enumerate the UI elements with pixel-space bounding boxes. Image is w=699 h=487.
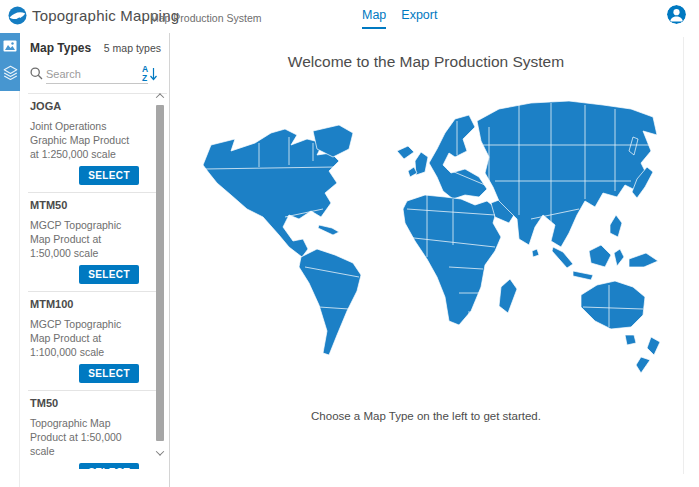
- map-preview-icon[interactable]: [2, 38, 18, 54]
- sort-az-icon[interactable]: A Z: [141, 64, 158, 84]
- map-type-list-item: MTM100 MGCP Topographic Map Product at 1…: [20, 292, 169, 391]
- app-logo-globe-icon: [8, 6, 27, 25]
- main-content: Welcome to the Map Production System: [171, 33, 699, 487]
- search-row: A Z: [20, 64, 169, 89]
- map-types-header: Map Types 5 map types: [20, 33, 169, 60]
- map-type-description: MGCP Topographic Map Product at 1:100,00…: [30, 317, 139, 359]
- action-bar-column: [0, 33, 20, 487]
- instruction-text: Choose a Map Type on the left to get sta…: [171, 410, 681, 422]
- map-type-name: TM50: [30, 397, 139, 409]
- layers-icon[interactable]: [2, 64, 18, 80]
- tab-map[interactable]: Map: [362, 8, 386, 29]
- map-type-list-item: TM50 Topographic Map Product at 1:50,000…: [20, 391, 169, 469]
- scrollbar-thumb[interactable]: [156, 105, 164, 441]
- map-type-name: MTM100: [30, 298, 139, 310]
- panel-title: Map Types: [30, 41, 91, 55]
- select-button-row: SELECT: [30, 166, 139, 185]
- select-button[interactable]: SELECT: [79, 364, 139, 383]
- map-type-name: MTM50: [30, 199, 139, 211]
- select-button-row: SELECT: [30, 364, 139, 383]
- user-avatar-icon[interactable]: [667, 5, 686, 24]
- header: Topographic Mapping Map Production Syste…: [0, 0, 699, 32]
- map-type-list-item: MTM50 MGCP Topographic Map Product at 1:…: [20, 193, 169, 292]
- search-input[interactable]: [46, 64, 148, 84]
- map-type-name: JOGA: [30, 100, 139, 112]
- select-button-row: SELECT: [30, 463, 139, 469]
- select-button[interactable]: SELECT: [79, 166, 139, 185]
- action-bar: [0, 33, 20, 91]
- map-type-description: Joint Operations Graphic Map Product at …: [30, 119, 139, 161]
- map-type-description: Topographic Map Product at 1:50,000 scal…: [30, 416, 139, 458]
- header-tabs: Map Export: [362, 8, 437, 29]
- main-scroll-edge: [683, 37, 684, 474]
- map-type-description: MGCP Topographic Map Product at 1:50,000…: [30, 218, 139, 260]
- map-type-list-item: JOGA Joint Operations Graphic Map Produc…: [20, 94, 169, 193]
- world-map-graphic: [201, 95, 668, 387]
- app-subtitle: Map Production System: [150, 12, 261, 24]
- scrollbar-down-arrow[interactable]: [153, 447, 166, 459]
- tab-export[interactable]: Export: [401, 8, 437, 29]
- select-button-row: SELECT: [30, 265, 139, 284]
- select-button[interactable]: SELECT: [79, 265, 139, 284]
- map-type-list: JOGA Joint Operations Graphic Map Produc…: [20, 94, 169, 469]
- select-button[interactable]: SELECT: [79, 463, 139, 469]
- map-types-panel: Map Types 5 map types A Z JOGA Joint Ope…: [20, 33, 170, 487]
- welcome-title: Welcome to the Map Production System: [171, 53, 681, 71]
- map-type-count: 5 map types: [104, 41, 161, 54]
- app-window: Topographic Mapping Map Production Syste…: [0, 0, 699, 487]
- search-icon: [30, 67, 43, 80]
- scrollbar-up-arrow[interactable]: [153, 90, 166, 102]
- svg-text:Z: Z: [142, 73, 147, 83]
